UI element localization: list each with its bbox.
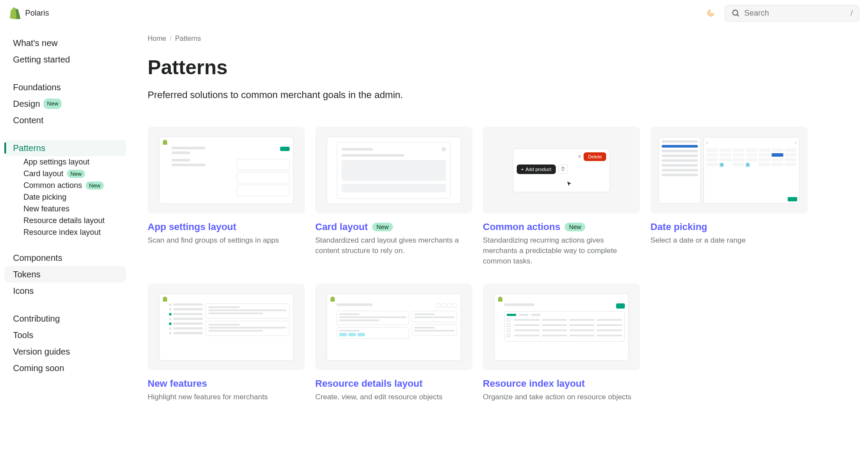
search-box[interactable]: / — [725, 5, 859, 22]
card-thumb — [483, 283, 640, 370]
new-badge: New — [564, 223, 585, 231]
nav-label: Resource index layout — [23, 228, 101, 237]
shopify-logo-icon — [9, 7, 21, 19]
subnav-resource-index[interactable]: Resource index layout — [15, 227, 126, 238]
card-card-layout[interactable]: Card layout New Standardized card layout… — [315, 127, 472, 266]
search-shortcut: / — [851, 9, 853, 18]
card-title: App settings layout — [148, 221, 236, 233]
new-badge: New — [372, 223, 393, 231]
breadcrumb-home[interactable]: Home — [148, 35, 166, 43]
search-icon — [731, 9, 740, 17]
nav-icons[interactable]: Icons — [4, 283, 126, 299]
card-resource-index[interactable]: Resource index layout Organize and take … — [483, 283, 640, 402]
nav-label: Version guides — [13, 345, 70, 358]
search-input[interactable] — [744, 9, 846, 18]
nav-label: Patterns — [13, 141, 45, 155]
nav-contributing[interactable]: Contributing — [4, 310, 126, 327]
new-badge: New — [86, 181, 104, 190]
card-desc: Select a date or a date range — [650, 235, 808, 246]
nav-label: Components — [13, 251, 62, 264]
nav-label: Card layout — [23, 169, 63, 178]
nav-group-intro: What's new Getting started — [4, 35, 126, 68]
card-title: New features — [148, 378, 207, 389]
card-title-text: Date picking — [650, 221, 707, 233]
card-common-actions[interactable]: × Delete +Add product — [483, 127, 640, 266]
card-new-features[interactable]: New features Highlight new features for … — [148, 283, 305, 402]
nav-label: Date picking — [23, 193, 66, 202]
sidebar: What's new Getting started Foundations D… — [0, 26, 130, 420]
nav-whats-new[interactable]: What's new — [4, 35, 126, 51]
pattern-cards-grid: App settings layout Scan and find groups… — [148, 127, 808, 402]
card-thumb — [148, 127, 305, 214]
subnav-new-features[interactable]: New features — [15, 203, 126, 215]
card-title: Date picking — [650, 221, 707, 233]
new-badge: New — [43, 99, 62, 109]
svg-point-0 — [733, 10, 738, 15]
nav-label: What's new — [13, 36, 58, 49]
nav-label: App settings layout — [23, 158, 89, 167]
card-desc: Scan and find groups of settings in apps — [148, 235, 305, 246]
nav-group-reference: Components Tokens Icons — [4, 250, 126, 299]
header-left: Polaris — [9, 7, 49, 19]
cursor-icon — [566, 181, 572, 188]
nav-label: New features — [23, 204, 69, 214]
nav-design[interactable]: Design New — [4, 95, 126, 112]
subnav-date-picking[interactable]: Date picking — [15, 191, 126, 203]
nav-group-patterns: Patterns App settings layout Card layout… — [4, 140, 126, 238]
layout: What's new Getting started Foundations D… — [0, 26, 868, 420]
nav-tokens[interactable]: Tokens — [4, 266, 126, 283]
nav-label: Foundations — [13, 81, 61, 94]
nav-foundations[interactable]: Foundations — [4, 79, 126, 95]
card-thumb — [315, 127, 472, 214]
card-resource-details[interactable]: Resource details layout Create, view, an… — [315, 283, 472, 402]
card-title-text: App settings layout — [148, 221, 236, 233]
subnav-app-settings[interactable]: App settings layout — [15, 156, 126, 168]
header-right: / — [704, 5, 859, 22]
nav-label: Icons — [13, 284, 34, 297]
nav-version-guides[interactable]: Version guides — [4, 343, 126, 360]
subnav-common-actions[interactable]: Common actions New — [15, 180, 126, 191]
page-title: Patterns — [148, 56, 808, 79]
card-title-text: Resource index layout — [483, 378, 585, 389]
card-desc: Standardizing recurring actions gives me… — [483, 235, 640, 266]
header: Polaris / — [0, 0, 868, 26]
nav-tools[interactable]: Tools — [4, 327, 126, 343]
nav-label: Tools — [13, 329, 33, 342]
delete-button: Delete — [584, 152, 606, 161]
card-thumb — [148, 283, 305, 370]
breadcrumb-current: Patterns — [175, 35, 201, 43]
subnav-card-layout[interactable]: Card layout New — [15, 168, 126, 180]
nav-patterns[interactable]: Patterns — [4, 140, 126, 156]
nav-group-meta: Contributing Tools Version guides Coming… — [4, 310, 126, 376]
card-thumb: ‹› DD — [650, 127, 808, 214]
card-title-text: Common actions — [483, 221, 560, 233]
breadcrumb-separator: / — [170, 35, 172, 43]
card-title-text: Card layout — [315, 221, 368, 233]
nav-components[interactable]: Components — [4, 250, 126, 266]
nav-coming-soon[interactable]: Coming soon — [4, 360, 126, 376]
card-title: Common actions New — [483, 221, 585, 233]
nav-group-guides: Foundations Design New Content — [4, 79, 126, 128]
brand-name: Polaris — [25, 9, 49, 18]
card-desc: Highlight new features for merchants — [148, 392, 305, 402]
card-date-picking[interactable]: ‹› DD Date picking — [650, 127, 808, 266]
new-badge: New — [67, 170, 85, 178]
svg-line-1 — [737, 15, 739, 16]
card-app-settings[interactable]: App settings layout Scan and find groups… — [148, 127, 305, 266]
subnav-resource-details[interactable]: Resource details layout — [15, 215, 126, 227]
card-thumb: × Delete +Add product — [483, 127, 640, 214]
main-content: Home / Patterns Patterns Preferred solut… — [130, 26, 825, 420]
breadcrumb: Home / Patterns — [148, 35, 808, 43]
nav-label: Coming soon — [13, 362, 64, 375]
card-title: Resource index layout — [483, 378, 585, 389]
nav-content[interactable]: Content — [4, 112, 126, 128]
nav-label: Tokens — [13, 268, 40, 281]
moon-icon — [706, 9, 715, 17]
card-thumb — [315, 283, 472, 370]
card-desc: Standardized card layout gives merchants… — [315, 235, 472, 256]
theme-toggle[interactable] — [704, 6, 718, 20]
card-desc: Create, view, and edit resource objects — [315, 392, 472, 402]
nav-getting-started[interactable]: Getting started — [4, 51, 126, 68]
add-product-button: +Add product — [517, 164, 556, 174]
close-icon: × — [578, 154, 581, 160]
